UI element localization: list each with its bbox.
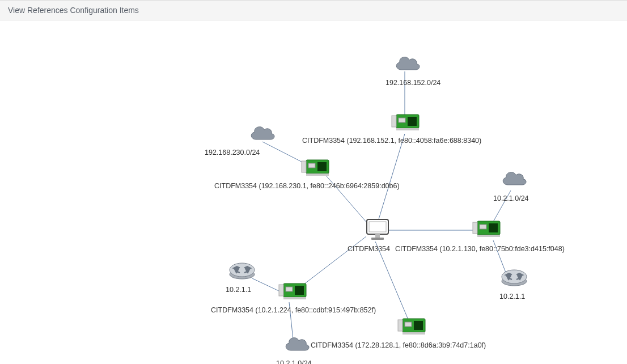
node-nic-10-2-1-130[interactable] [470, 218, 504, 240]
svg-rect-16 [480, 225, 486, 229]
node-cloud-10-2-1-sw[interactable] [279, 335, 314, 354]
svg-rect-32 [403, 332, 425, 335]
node-label: CITDFM3354 (172.28.128.1, fe80::8d6a:3b9… [311, 341, 486, 349]
nic-icon [391, 111, 421, 134]
svg-rect-2 [399, 118, 405, 122]
node-label: 10.2.1.1 [499, 293, 525, 300]
svg-rect-18 [477, 235, 500, 237]
svg-rect-27 [283, 297, 306, 299]
node-label: 192.168.230.0/24 [205, 149, 260, 156]
cloud-icon [499, 170, 528, 189]
svg-rect-8 [302, 161, 306, 172]
svg-point-22 [230, 263, 255, 277]
node-computer-citdfm3354[interactable] [361, 217, 395, 242]
node-label: CITDFM3354 [348, 245, 390, 253]
node-label: 192.168.152.0/24 [385, 79, 440, 87]
node-label: CITDFM3354 (192.168.230.1, fe80::246b:69… [214, 182, 400, 190]
node-label: 10.2.1.0/24 [493, 194, 529, 202]
svg-rect-1 [408, 117, 417, 126]
node-label: CITDFM3354 (192.168.152.1, fe80::4058:fa… [302, 137, 481, 145]
node-label: CITDFM3354 (10.2.1.130, fe80::75b0:fde3:… [395, 245, 565, 253]
svg-rect-3 [392, 116, 396, 127]
cloud-icon [282, 335, 311, 354]
svg-rect-9 [306, 173, 329, 176]
svg-point-20 [502, 270, 527, 283]
node-nic-172-28-128-1[interactable] [395, 315, 429, 338]
computer-icon [363, 217, 392, 242]
svg-rect-11 [369, 222, 386, 232]
svg-rect-26 [279, 285, 283, 296]
svg-rect-7 [308, 163, 315, 168]
node-label: CITDFM3354 (10.2.1.224, fe80::cdbf:915:4… [211, 306, 376, 314]
svg-rect-31 [398, 320, 403, 331]
node-cloud-192-168-152[interactable] [390, 54, 424, 74]
topology-canvas[interactable]: 192.168.152.0/24 CITDFM3354 (192.168.152… [0, 20, 627, 364]
cloud-icon [248, 124, 276, 143]
node-router-left-10-2-1-1[interactable] [225, 259, 259, 281]
page-title-bar: View References Configuration Items [0, 0, 627, 20]
svg-rect-4 [396, 128, 419, 130]
nic-icon [300, 156, 331, 179]
router-icon [227, 259, 257, 281]
cloud-icon [393, 54, 421, 74]
svg-rect-30 [405, 322, 412, 327]
svg-rect-13 [371, 238, 384, 240]
nic-icon [397, 315, 427, 338]
svg-rect-6 [317, 162, 327, 171]
node-label: 10.2.1.0/24 [276, 359, 312, 364]
link [300, 236, 366, 287]
node-nic-10-2-1-224[interactable] [276, 280, 310, 303]
node-cloud-10-2-1-right[interactable] [497, 170, 531, 189]
nic-icon [278, 280, 308, 303]
node-nic-192-168-152-1[interactable] [389, 111, 423, 134]
page-title: View References Configuration Items [8, 6, 139, 15]
node-cloud-192-168-230[interactable] [245, 124, 279, 143]
node-label: 10.2.1.1 [226, 286, 251, 294]
svg-rect-24 [295, 286, 304, 295]
svg-rect-12 [375, 234, 380, 238]
link [376, 134, 405, 228]
svg-rect-29 [414, 321, 423, 330]
nic-icon [472, 218, 502, 240]
node-router-right-10-2-1-1[interactable] [497, 265, 531, 288]
node-nic-192-168-230-1[interactable] [299, 156, 333, 179]
router-icon [499, 265, 529, 288]
svg-rect-15 [489, 223, 498, 232]
svg-rect-17 [473, 222, 477, 234]
svg-rect-25 [286, 287, 293, 291]
link [375, 242, 410, 325]
